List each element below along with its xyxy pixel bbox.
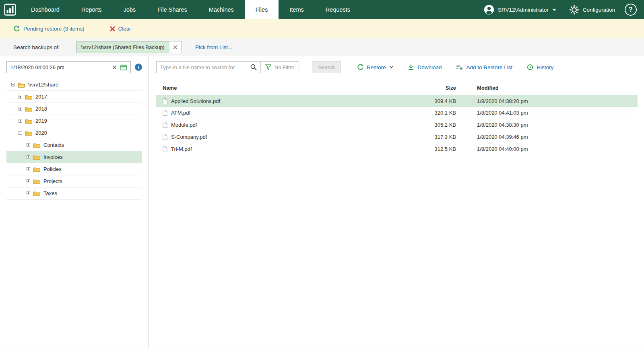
configuration-button[interactable]: Configuration xyxy=(562,5,622,15)
tree-item-contacts[interactable]: Contacts xyxy=(6,139,142,151)
controls-row: No Filter Search Restore xyxy=(156,61,638,73)
gear-icon xyxy=(569,5,579,15)
nav-item-requests[interactable]: Requests xyxy=(315,0,361,19)
top-navigation: Dashboard Reports Jobs File Shares Machi… xyxy=(0,0,644,19)
file-modified: 1/8/2020 04:39:46 pm xyxy=(458,134,638,140)
column-header-size[interactable]: Size xyxy=(402,85,458,91)
history-label: History xyxy=(537,64,553,70)
expand-icon[interactable] xyxy=(19,107,22,111)
clear-date-button[interactable] xyxy=(112,65,117,70)
expand-icon[interactable] xyxy=(27,167,30,171)
tree-item-2020[interactable]: 2020 xyxy=(6,127,142,139)
nav-right-section: SRV12\Administrator Configuration ? xyxy=(478,0,644,19)
restore-button[interactable]: Restore xyxy=(357,64,393,70)
tree-item-root[interactable]: \\srv12\share xyxy=(6,79,142,91)
file-icon xyxy=(163,146,167,152)
file-search-group: No Filter xyxy=(156,61,299,73)
expand-icon[interactable] xyxy=(19,119,22,123)
download-label: Download xyxy=(417,64,442,70)
tree-item-2019[interactable]: 2019 xyxy=(6,115,142,127)
nav-item-jobs[interactable]: Jobs xyxy=(113,0,147,19)
filter-funnel-icon xyxy=(265,64,271,70)
folder-icon xyxy=(25,118,32,124)
collapse-icon[interactable] xyxy=(11,83,15,86)
table-row[interactable]: Tri-M.pdf 312.5 KB 1/8/2020 04:40:00 pm xyxy=(156,143,638,155)
table-row[interactable]: Module.pdf 305.2 KB 1/8/2020 04:38:30 pm xyxy=(156,119,638,131)
veeam-logo-icon xyxy=(4,4,16,16)
nav-item-file-shares[interactable]: File Shares xyxy=(147,0,198,19)
calendar-icon xyxy=(120,64,127,70)
history-button[interactable]: History xyxy=(527,64,553,70)
tree-item-policies[interactable]: Policies xyxy=(6,163,142,175)
pending-restore-link[interactable]: Pending restore (3 items) xyxy=(13,25,85,32)
chevron-down-icon xyxy=(390,66,393,68)
calendar-button[interactable] xyxy=(120,64,127,70)
nav-item-dashboard[interactable]: Dashboard xyxy=(20,0,70,19)
add-to-restore-list-label: Add to Restore List xyxy=(466,64,512,70)
search-icon[interactable] xyxy=(250,64,257,70)
folder-icon xyxy=(33,167,40,172)
file-browser-panel: No Filter Search Restore xyxy=(149,56,644,348)
clear-link[interactable]: Clear xyxy=(110,26,131,32)
tree-item-taxes[interactable]: Taxes xyxy=(6,187,142,200)
action-toolbar: Restore Download xyxy=(357,64,553,70)
expand-icon[interactable] xyxy=(27,191,30,195)
file-icon xyxy=(163,110,167,116)
table-row[interactable]: Applied Solutions.pdf 309.4 KB 1/8/2020 … xyxy=(156,95,638,107)
column-header-modified[interactable]: Modified xyxy=(458,85,638,91)
help-label: ? xyxy=(629,6,633,13)
help-button[interactable]: ? xyxy=(625,4,637,16)
tree-item-label: Contacts xyxy=(43,142,64,148)
app-logo xyxy=(0,0,20,19)
file-size: 320.1 KB xyxy=(402,110,458,116)
table-row[interactable]: ATM.pdf 320.1 KB 1/8/2020 04:41:03 pm xyxy=(156,107,638,119)
folder-tree: \\srv12\share 2017 2018 2019 2020 xyxy=(6,79,142,200)
restore-point-input[interactable] xyxy=(10,64,109,70)
folder-icon xyxy=(25,130,32,136)
info-icon[interactable]: i xyxy=(135,64,142,71)
restore-point-picker[interactable] xyxy=(6,61,131,73)
file-icon xyxy=(163,134,167,140)
expand-icon[interactable] xyxy=(19,95,22,99)
file-size: 305.2 KB xyxy=(402,122,458,128)
expand-icon[interactable] xyxy=(27,143,30,147)
file-table: Name Size Modified Applied Solutions.pdf… xyxy=(156,80,638,155)
filter-dropdown[interactable]: No Filter xyxy=(260,62,299,73)
file-search-input[interactable] xyxy=(160,64,248,70)
expand-icon[interactable] xyxy=(27,155,30,159)
add-to-restore-list-button[interactable]: Add to Restore List xyxy=(456,64,512,70)
tree-item-label: 2019 xyxy=(35,118,47,124)
search-button[interactable]: Search xyxy=(312,61,341,73)
configuration-label: Configuration xyxy=(583,7,615,13)
main-content: i \\srv12\share 2017 2018 2019 xyxy=(0,56,644,348)
file-search-box xyxy=(157,62,260,73)
nav-item-reports[interactable]: Reports xyxy=(70,0,113,19)
restore-point-row: i xyxy=(6,61,142,73)
file-modified: 1/8/2020 04:41:03 pm xyxy=(458,110,638,116)
tree-item-2017[interactable]: 2017 xyxy=(6,91,142,103)
nav-item-files[interactable]: Files xyxy=(245,0,279,19)
download-button[interactable]: Download xyxy=(408,64,442,70)
expand-icon[interactable] xyxy=(27,179,30,183)
tree-item-label: Taxes xyxy=(43,190,57,196)
tree-item-projects[interactable]: Projects xyxy=(6,175,142,187)
table-row[interactable]: S-Company.pdf 317.3 KB 1/8/2020 04:39:46… xyxy=(156,131,638,143)
nav-item-items[interactable]: Items xyxy=(279,0,314,19)
pending-restore-icon xyxy=(13,25,20,32)
file-modified: 1/8/2020 04:38:20 pm xyxy=(458,98,638,104)
filter-label: No Filter xyxy=(275,64,294,70)
tree-item-invoices[interactable]: Invoices xyxy=(6,151,142,163)
selected-backup-value: \\srv12\share (Shared Files Backup) xyxy=(76,41,169,53)
pick-from-list-link[interactable]: Pick from List... xyxy=(195,44,232,50)
remove-backup-button[interactable] xyxy=(169,41,182,53)
file-name: ATM.pdf xyxy=(171,110,190,116)
backup-tree-panel: i \\srv12\share 2017 2018 2019 xyxy=(0,56,149,348)
tree-item-2018[interactable]: 2018 xyxy=(6,103,142,115)
collapse-icon[interactable] xyxy=(19,131,22,135)
file-name: Applied Solutions.pdf xyxy=(171,98,220,104)
column-header-name[interactable]: Name xyxy=(156,85,402,91)
user-menu[interactable]: SRV12\Administrator xyxy=(478,4,562,15)
tree-item-label: 2018 xyxy=(35,106,47,112)
selected-backup-chip: \\srv12\share (Shared Files Backup) xyxy=(76,41,182,53)
nav-item-machines[interactable]: Machines xyxy=(198,0,245,19)
